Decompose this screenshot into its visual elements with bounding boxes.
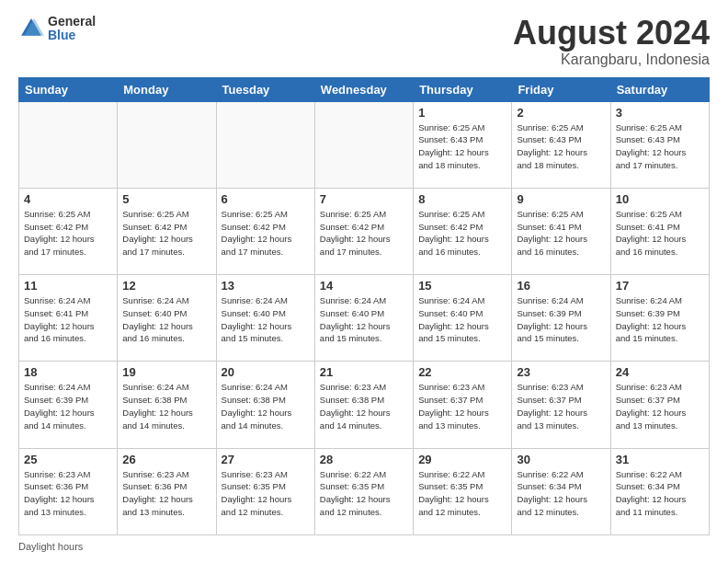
day-info: Sunrise: 6:25 AM Sunset: 6:41 PM Dayligh… [517, 208, 605, 259]
main-title: August 2024 [513, 15, 710, 52]
calendar-cell: 24Sunrise: 6:23 AM Sunset: 6:37 PM Dayli… [610, 362, 709, 448]
day-number: 13 [222, 279, 310, 293]
calendar-cell: 7Sunrise: 6:25 AM Sunset: 6:42 PM Daylig… [314, 188, 413, 274]
day-info: Sunrise: 6:25 AM Sunset: 6:43 PM Dayligh… [517, 121, 605, 172]
day-info: Sunrise: 6:24 AM Sunset: 6:39 PM Dayligh… [24, 381, 112, 431]
calendar-cell [19, 101, 118, 188]
calendar-day-header: Thursday [414, 77, 512, 101]
day-number: 1 [418, 106, 506, 120]
calendar-day-header: Friday [512, 77, 610, 101]
day-number: 24 [616, 365, 704, 379]
calendar-cell: 5Sunrise: 6:25 AM Sunset: 6:42 PM Daylig… [118, 188, 216, 274]
calendar-table: SundayMondayTuesdayWednesdayThursdayFrid… [18, 77, 710, 535]
day-number: 29 [418, 453, 506, 466]
calendar-cell [216, 101, 314, 188]
calendar-cell: 9Sunrise: 6:25 AM Sunset: 6:41 PM Daylig… [512, 188, 610, 274]
day-number: 22 [418, 365, 506, 379]
calendar-day-header: Saturday [610, 77, 709, 101]
calendar-cell: 3Sunrise: 6:25 AM Sunset: 6:43 PM Daylig… [610, 101, 709, 188]
day-number: 9 [517, 192, 605, 206]
logo-line1: General [48, 15, 96, 29]
calendar-cell: 20Sunrise: 6:24 AM Sunset: 6:38 PM Dayli… [216, 362, 314, 448]
day-info: Sunrise: 6:23 AM Sunset: 6:37 PM Dayligh… [616, 381, 704, 431]
calendar-cell [314, 101, 413, 188]
day-number: 3 [616, 106, 704, 120]
calendar-cell: 25Sunrise: 6:23 AM Sunset: 6:36 PM Dayli… [19, 448, 118, 534]
day-info: Sunrise: 6:25 AM Sunset: 6:42 PM Dayligh… [418, 208, 506, 259]
calendar-day-header: Sunday [19, 77, 118, 101]
day-info: Sunrise: 6:23 AM Sunset: 6:37 PM Dayligh… [418, 381, 506, 431]
logo-text: General Blue [48, 15, 96, 43]
calendar-cell: 10Sunrise: 6:25 AM Sunset: 6:41 PM Dayli… [610, 188, 709, 274]
title-section: August 2024 Karangbaru, Indonesia [513, 15, 710, 68]
day-number: 26 [122, 453, 210, 466]
calendar-week-row: 18Sunrise: 6:24 AM Sunset: 6:39 PM Dayli… [19, 362, 710, 448]
day-info: Sunrise: 6:22 AM Sunset: 6:34 PM Dayligh… [616, 468, 704, 519]
calendar-day-header: Tuesday [216, 77, 314, 101]
day-number: 2 [517, 106, 605, 120]
day-number: 30 [517, 453, 605, 466]
day-info: Sunrise: 6:22 AM Sunset: 6:35 PM Dayligh… [418, 468, 506, 519]
day-info: Sunrise: 6:23 AM Sunset: 6:36 PM Dayligh… [122, 468, 210, 519]
day-info: Sunrise: 6:24 AM Sunset: 6:40 PM Dayligh… [320, 294, 408, 345]
calendar-cell: 2Sunrise: 6:25 AM Sunset: 6:43 PM Daylig… [512, 101, 610, 188]
calendar-cell: 6Sunrise: 6:25 AM Sunset: 6:42 PM Daylig… [216, 188, 314, 274]
calendar-day-header: Wednesday [314, 77, 413, 101]
day-number: 20 [222, 365, 310, 379]
day-info: Sunrise: 6:25 AM Sunset: 6:43 PM Dayligh… [418, 121, 506, 172]
day-number: 27 [222, 453, 310, 466]
day-info: Sunrise: 6:22 AM Sunset: 6:34 PM Dayligh… [517, 468, 605, 519]
day-info: Sunrise: 6:25 AM Sunset: 6:43 PM Dayligh… [616, 121, 704, 172]
calendar-cell: 14Sunrise: 6:24 AM Sunset: 6:40 PM Dayli… [314, 275, 413, 362]
subtitle: Karangbaru, Indonesia [513, 52, 710, 68]
day-info: Sunrise: 6:24 AM Sunset: 6:40 PM Dayligh… [222, 294, 310, 345]
day-number: 14 [320, 279, 408, 293]
day-info: Sunrise: 6:23 AM Sunset: 6:35 PM Dayligh… [222, 468, 310, 519]
calendar-cell: 31Sunrise: 6:22 AM Sunset: 6:34 PM Dayli… [610, 448, 709, 534]
calendar-cell: 16Sunrise: 6:24 AM Sunset: 6:39 PM Dayli… [512, 275, 610, 362]
day-info: Sunrise: 6:25 AM Sunset: 6:42 PM Dayligh… [24, 208, 112, 259]
day-number: 21 [320, 365, 408, 379]
page: General Blue August 2024 Karangbaru, Ind… [0, 0, 728, 563]
calendar-cell: 17Sunrise: 6:24 AM Sunset: 6:39 PM Dayli… [610, 275, 709, 362]
day-info: Sunrise: 6:24 AM Sunset: 6:38 PM Dayligh… [122, 381, 210, 431]
day-info: Sunrise: 6:23 AM Sunset: 6:37 PM Dayligh… [517, 381, 605, 431]
day-info: Sunrise: 6:23 AM Sunset: 6:38 PM Dayligh… [320, 381, 408, 431]
calendar-cell: 28Sunrise: 6:22 AM Sunset: 6:35 PM Dayli… [314, 448, 413, 534]
day-info: Sunrise: 6:25 AM Sunset: 6:42 PM Dayligh… [320, 208, 408, 259]
calendar-cell: 27Sunrise: 6:23 AM Sunset: 6:35 PM Dayli… [216, 448, 314, 534]
calendar-week-row: 11Sunrise: 6:24 AM Sunset: 6:41 PM Dayli… [19, 275, 710, 362]
calendar-cell: 13Sunrise: 6:24 AM Sunset: 6:40 PM Dayli… [216, 275, 314, 362]
calendar-cell: 11Sunrise: 6:24 AM Sunset: 6:41 PM Dayli… [19, 275, 118, 362]
calendar-week-row: 4Sunrise: 6:25 AM Sunset: 6:42 PM Daylig… [19, 188, 710, 274]
day-number: 6 [222, 192, 310, 206]
day-number: 15 [418, 279, 506, 293]
day-info: Sunrise: 6:24 AM Sunset: 6:39 PM Dayligh… [517, 294, 605, 345]
day-number: 25 [24, 453, 112, 466]
day-info: Sunrise: 6:24 AM Sunset: 6:40 PM Dayligh… [122, 294, 210, 345]
day-number: 12 [122, 279, 210, 293]
day-info: Sunrise: 6:25 AM Sunset: 6:41 PM Dayligh… [616, 208, 704, 259]
day-number: 7 [320, 192, 408, 206]
calendar-cell: 8Sunrise: 6:25 AM Sunset: 6:42 PM Daylig… [414, 188, 512, 274]
calendar-cell: 30Sunrise: 6:22 AM Sunset: 6:34 PM Dayli… [512, 448, 610, 534]
footer-note: Daylight hours [18, 541, 710, 552]
logo-icon [18, 16, 44, 41]
calendar-week-row: 25Sunrise: 6:23 AM Sunset: 6:36 PM Dayli… [19, 448, 710, 534]
day-info: Sunrise: 6:25 AM Sunset: 6:42 PM Dayligh… [222, 208, 310, 259]
calendar-cell: 22Sunrise: 6:23 AM Sunset: 6:37 PM Dayli… [414, 362, 512, 448]
day-number: 18 [24, 365, 112, 379]
day-number: 31 [616, 453, 704, 466]
calendar-cell: 12Sunrise: 6:24 AM Sunset: 6:40 PM Dayli… [118, 275, 216, 362]
day-info: Sunrise: 6:25 AM Sunset: 6:42 PM Dayligh… [122, 208, 210, 259]
logo-line2: Blue [48, 29, 96, 42]
day-number: 10 [616, 192, 704, 206]
day-info: Sunrise: 6:24 AM Sunset: 6:39 PM Dayligh… [616, 294, 704, 345]
day-number: 8 [418, 192, 506, 206]
calendar-cell: 1Sunrise: 6:25 AM Sunset: 6:43 PM Daylig… [414, 101, 512, 188]
day-number: 23 [517, 365, 605, 379]
calendar-cell: 29Sunrise: 6:22 AM Sunset: 6:35 PM Dayli… [414, 448, 512, 534]
calendar-cell: 15Sunrise: 6:24 AM Sunset: 6:40 PM Dayli… [414, 275, 512, 362]
day-info: Sunrise: 6:24 AM Sunset: 6:41 PM Dayligh… [24, 294, 112, 345]
day-number: 4 [24, 192, 112, 206]
